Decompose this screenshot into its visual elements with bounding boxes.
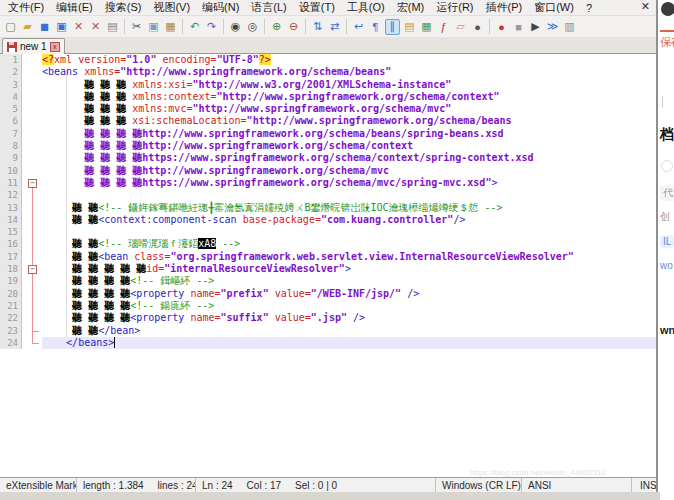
show-all-chars-icon[interactable]: ¶ [368,19,383,35]
tab-close-icon[interactable]: x [50,42,60,52]
code-line-1[interactable]: 1<?xml version="1.0" encoding="UTF-8"?> [0,54,656,66]
folder-workspace-icon[interactable]: ▱ [453,19,468,35]
user-defined-language-icon[interactable]: ▤ [402,19,417,35]
find-icon[interactable]: ◉ [228,19,243,35]
code-line-17[interactable]: 17 聽 聽<bean class="org.springframework.w… [0,251,656,263]
code-text: 聽 聽<!-- 瑙嗗浘瑙ｆ瀽鍣xA8 --> [42,238,656,250]
save-link[interactable]: 保存 [660,35,674,50]
menu-item-11[interactable]: 窗口(W) [528,0,580,15]
code-line-16[interactable]: 16 聽 聽<!-- 瑙嗗浘瑙ｆ瀽鍣xA8 --> [0,238,656,250]
line-number: 17 [0,251,22,263]
status-encoding[interactable]: ANSI [528,480,551,491]
code-text: 聽 聽<!-- 鑷姩鎵弿鍖咃紝璁╂寚瀹氬寘涓嬬殑娉ㄨВ鐢熸晥锛岀敱IOC瀹瑰櫒缁… [42,202,656,214]
menu-item-9[interactable]: 运行(R) [430,0,479,15]
zoom-in-icon[interactable]: ⊕ [269,19,284,35]
code-line-12[interactable]: 12 [0,189,656,201]
status-lines: lines : 24 [158,480,196,491]
close-doc-icon[interactable]: ✕ [71,19,86,35]
code-text: 聽 聽 聽 聽http://www.springframework.org/sc… [42,128,656,140]
tab-bar: new 1 x [0,37,656,54]
cut-icon[interactable]: ✂ [129,19,144,35]
macro-save-icon[interactable]: ▥ [562,19,577,35]
code-line-10[interactable]: 10 聽 聽 聽 聽http://www.springframework.org… [0,165,656,177]
csdn-watermark: https://blog.csdn.net/weixin_44092310 [470,468,656,477]
macro-record-icon[interactable]: ● [494,19,509,35]
macro-run-multiple-icon[interactable]: ≫ [545,19,560,35]
code-line-23[interactable]: 23 聽 聽</bean> [0,325,656,337]
doc-map-icon[interactable]: ▦ [419,19,434,35]
code-line-22[interactable]: 22 聽 聽 聽 聽<property name="suffix" value=… [0,312,656,324]
editor-area[interactable]: 1<?xml version="1.0" encoding="UTF-8"?>2… [0,54,656,477]
menu-item-7[interactable]: 工具(O) [341,0,391,15]
macro-stop-icon[interactable]: ■ [511,19,526,35]
menu-item-3[interactable]: 视图(V) [147,0,196,15]
code-line-11[interactable]: 11− 聽 聽 聽 聽https://www.springframework.o… [0,177,656,189]
page-heading: 档 [660,126,674,144]
code-line-14[interactable]: 14 聽 聽<context:component-scan base-packa… [0,214,656,226]
redo-icon[interactable]: ↷ [204,19,219,35]
code-line-24[interactable]: 24 </beans> [0,337,656,349]
menu-item-1[interactable]: 编辑(E) [50,0,99,15]
code-text: 聽 聽 聽 聽 聽id="internalResourceViewResolve… [42,263,656,275]
code-line-20[interactable]: 20 聽 聽 聽 聽<property name="prefix" value=… [0,288,656,300]
code-line-18[interactable]: 18− 聽 聽 聽 聽 聽id="internalResourceViewRes… [0,263,656,275]
line-number: 7 [0,128,22,140]
menu-item-8[interactable]: 宏(M) [391,0,431,15]
line-number: 18 [0,263,22,275]
tab-title: new 1 [20,41,47,52]
fold-collapse-icon: − [22,263,42,275]
code-text [42,189,656,201]
line-number: 9 [0,152,22,164]
code-line-6[interactable]: 6 聽 聽 聽 xsi:schemaLocation="http://www.s… [0,115,656,127]
sync-vertical-scroll-icon[interactable]: ⇅ [310,19,325,35]
save-all-icon[interactable]: ▣ [54,19,69,35]
print-icon[interactable]: ▤ [105,19,120,35]
code-line-2[interactable]: 2<beans xmlns="http://www.springframewor… [0,66,656,78]
undo-icon[interactable]: ↶ [187,19,202,35]
window-bottom-edge [0,492,660,500]
replace-icon[interactable]: ◎ [245,19,260,35]
fold-guide-line [22,288,42,300]
zoom-out-icon[interactable]: ⊖ [286,19,301,35]
open-folder-icon[interactable]: ▰ [20,19,35,35]
line-number: 19 [0,275,22,287]
macro-play-icon[interactable]: ▶ [528,19,543,35]
menu-item-12[interactable]: ? [580,2,598,14]
code-line-21[interactable]: 21 聽 聽 聽 聽<!-- 鍚庣紑 --> [0,300,656,312]
menu-item-6[interactable]: 设置(T) [293,0,341,15]
word-wrap-icon[interactable]: ↩ [351,19,366,35]
menu-bar: 文件(F)编辑(E)搜索(S)视图(V)编码(N)语言(L)设置(T)工具(O)… [0,0,656,15]
menu-item-5[interactable]: 语言(L) [245,0,292,15]
menu-item-10[interactable]: 插件(P) [480,0,529,15]
code-line-9[interactable]: 9 聽 聽 聽 聽https://www.springframework.org… [0,152,656,164]
status-insert-mode[interactable]: INS [640,480,656,491]
paste-icon[interactable]: ▦ [163,19,178,35]
new-file-icon[interactable]: ▢ [3,19,18,35]
tab-new-1[interactable]: new 1 x [2,38,65,54]
menu-item-4[interactable]: 编码(N) [196,0,245,15]
code-line-8[interactable]: 8 聽 聽 聽 聽http://www.springframework.org/… [0,140,656,152]
sync-horizontal-scroll-icon[interactable]: ⇄ [327,19,342,35]
save-icon[interactable]: ◼ [37,19,52,35]
code-line-7[interactable]: 7 聽 聽 聽 聽http://www.springframework.org/… [0,128,656,140]
monitoring-icon[interactable]: ● [470,19,485,35]
toolbar-separator [305,19,306,34]
code-line-15[interactable]: 15 [0,226,656,238]
menu-item-2[interactable]: 搜索(S) [99,0,148,15]
status-eol-format[interactable]: Windows (CR LF) [442,480,521,491]
code-line-19[interactable]: 19 聽 聽 聽 聽<!-- 鍓嶇紑 --> [0,275,656,287]
page-link[interactable]: wo [660,260,673,271]
code-line-4[interactable]: 4 聽 聽 聽 xmlns:context="http://www.spring… [0,91,656,103]
function-list-icon[interactable]: ƒ [436,19,451,35]
toolbar: ▢▰◼▣✕✕▤✂▣▦↶↷◉◎⊕⊖⇅⇄↩¶∥▤▦ƒ▱●●■▶≫▥ [0,15,656,37]
close-all-docs-icon[interactable]: ✕ [88,19,103,35]
line-number: 8 [0,140,22,152]
menu-item-0[interactable]: 文件(F) [2,0,50,15]
copy-icon[interactable]: ▣ [146,19,161,35]
window-close-icon[interactable]: ✕ [641,0,650,13]
code-line-3[interactable]: 3 聽 聽 聽 xmlns:xsi="http://www.w3.org/200… [0,79,656,91]
indent-guide-icon[interactable]: ∥ [385,19,400,35]
code-line-13[interactable]: 13 聽 聽<!-- 鑷姩鎵弿鍖咃紝璁╂寚瀹氬寘涓嬬殑娉ㄨВ鐢熸晥锛岀敱IOC瀹… [0,202,656,214]
code-line-5[interactable]: 5 聽 聽 聽 xmlns:mvc="http://www.springfram… [0,103,656,115]
code-text: 聽 聽 聽 聽http://www.springframework.org/sc… [42,140,656,152]
